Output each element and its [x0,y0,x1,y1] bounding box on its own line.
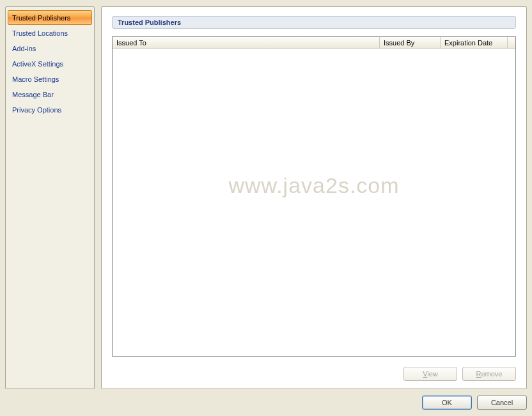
panel-button-row: View Remove [403,367,516,381]
sidebar-item-add-ins[interactable]: Add-ins [8,41,92,56]
category-sidebar: Trusted Publishers Trusted Locations Add… [5,6,95,389]
section-title: Trusted Publishers [112,16,516,29]
trust-center-dialog: Trusted Publishers Trusted Locations Add… [0,0,532,416]
sidebar-item-privacy-options[interactable]: Privacy Options [8,102,92,117]
publishers-table[interactable]: Issued To Issued By Expiration Date [112,36,516,357]
table-body[interactable] [113,49,515,356]
sidebar-item-trusted-locations[interactable]: Trusted Locations [8,26,92,40]
sidebar-item-activex-settings[interactable]: ActiveX Settings [8,56,92,71]
remove-button: Remove [462,367,516,381]
dialog-button-row: OK Cancel [422,396,527,410]
ok-button[interactable]: OK [422,396,472,410]
view-button: View [403,367,457,381]
column-header-issued-to[interactable]: Issued To [113,37,380,48]
sidebar-item-trusted-publishers[interactable]: Trusted Publishers [8,10,92,25]
sidebar-item-message-bar[interactable]: Message Bar [8,87,92,102]
column-header-expiration-date[interactable]: Expiration Date [441,37,508,48]
sidebar-item-macro-settings[interactable]: Macro Settings [8,72,92,86]
cancel-button[interactable]: Cancel [477,396,527,410]
main-panel: Trusted Publishers Issued To Issued By E… [101,6,527,389]
table-header-row: Issued To Issued By Expiration Date [113,37,515,49]
dialog-body: Trusted Publishers Trusted Locations Add… [5,6,527,389]
column-header-stub [508,37,515,48]
column-header-issued-by[interactable]: Issued By [380,37,441,48]
